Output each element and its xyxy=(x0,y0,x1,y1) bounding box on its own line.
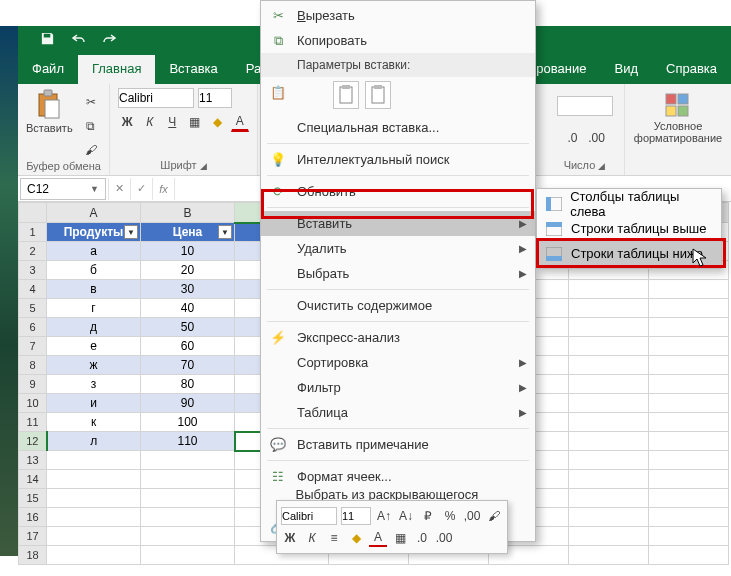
ctx-format-cells[interactable]: ☷Формат ячеек... xyxy=(261,464,535,489)
ctx-copy[interactable]: ⧉Копировать xyxy=(261,28,535,53)
row-header-4[interactable]: 4 xyxy=(19,280,47,299)
italic-button[interactable]: К xyxy=(141,112,160,132)
border-button[interactable]: ▦ xyxy=(186,112,205,132)
mini-bold[interactable]: Ж xyxy=(281,529,299,547)
mini-font-size[interactable] xyxy=(341,507,371,525)
cell-B12[interactable]: 110 xyxy=(141,432,235,451)
ctx-insert[interactable]: Вставить▶ xyxy=(261,211,535,236)
row-header-9[interactable]: 9 xyxy=(19,375,47,394)
mini-dec-dec[interactable]: .0 xyxy=(413,529,431,547)
row-header-11[interactable]: 11 xyxy=(19,413,47,432)
sub-cols-left[interactable]: Столбцы таблицы слева xyxy=(537,191,721,216)
tab-file[interactable]: Файл xyxy=(18,55,78,84)
number-format-select[interactable] xyxy=(557,96,613,116)
format-painter-icon[interactable]: 🖌 xyxy=(81,140,101,160)
copy-icon[interactable]: ⧉ xyxy=(81,116,101,136)
row-header-12[interactable]: 12 xyxy=(19,432,47,451)
row-header-2[interactable]: 2 xyxy=(19,242,47,261)
row-header-1[interactable]: 1 xyxy=(19,223,47,242)
mini-font-color[interactable]: A xyxy=(369,529,387,547)
row-header-8[interactable]: 8 xyxy=(19,356,47,375)
ctx-delete[interactable]: Удалить▶ xyxy=(261,236,535,261)
mini-currency-icon[interactable]: ₽ xyxy=(419,507,437,525)
cell-A5[interactable]: г xyxy=(47,299,141,318)
cell-A12[interactable]: л xyxy=(47,432,141,451)
font-size-input[interactable] xyxy=(198,88,232,108)
cell-B2[interactable]: 10 xyxy=(141,242,235,261)
mini-dec-font-icon[interactable]: A↓ xyxy=(397,507,415,525)
row-header-16[interactable]: 16 xyxy=(19,508,47,527)
table-header-price[interactable]: Цена▼ xyxy=(141,223,235,242)
cell-A4[interactable]: в xyxy=(47,280,141,299)
cell-B6[interactable]: 50 xyxy=(141,318,235,337)
decimal-dec-button[interactable]: .0 xyxy=(563,128,583,148)
row-header-17[interactable]: 17 xyxy=(19,527,47,546)
cell-B7[interactable]: 60 xyxy=(141,337,235,356)
col-header-B[interactable]: B xyxy=(141,203,235,223)
cell-B10[interactable]: 90 xyxy=(141,394,235,413)
row-header-15[interactable]: 15 xyxy=(19,489,47,508)
filter-dropdown-icon[interactable]: ▼ xyxy=(124,225,138,239)
bold-button[interactable]: Ж xyxy=(118,112,137,132)
mini-percent-icon[interactable]: % xyxy=(441,507,459,525)
conditional-format-button[interactable]: Условное форматирование xyxy=(634,92,722,144)
ctx-sort[interactable]: Сортировка▶ xyxy=(261,350,535,375)
save-icon[interactable] xyxy=(40,31,55,50)
ctx-filter[interactable]: Фильтр▶ xyxy=(261,375,535,400)
decimal-inc-button[interactable]: .00 xyxy=(587,128,607,148)
mini-dec-inc[interactable]: .00 xyxy=(435,529,453,547)
cell-A8[interactable]: ж xyxy=(47,356,141,375)
mini-format-painter-icon[interactable]: 🖌 xyxy=(485,507,503,525)
cell-A10[interactable]: и xyxy=(47,394,141,413)
row-header-3[interactable]: 3 xyxy=(19,261,47,280)
cell-A2[interactable]: а xyxy=(47,242,141,261)
redo-icon[interactable] xyxy=(101,32,119,50)
underline-button[interactable]: Ч xyxy=(163,112,182,132)
fill-color-button[interactable]: ◆ xyxy=(208,112,227,132)
mini-align[interactable]: ≡ xyxy=(325,529,343,547)
cancel-icon[interactable]: ✕ xyxy=(108,178,130,200)
font-color-button[interactable]: A xyxy=(231,112,250,132)
cell-B5[interactable]: 40 xyxy=(141,299,235,318)
paste-option-1[interactable] xyxy=(333,81,359,109)
sub-rows-above[interactable]: Строки таблицы выше xyxy=(537,216,721,241)
filter-dropdown-icon[interactable]: ▼ xyxy=(218,225,232,239)
paste-button[interactable]: Вставить xyxy=(26,88,73,134)
cell-B8[interactable]: 70 xyxy=(141,356,235,375)
mini-italic[interactable]: К xyxy=(303,529,321,547)
ctx-table[interactable]: Таблица▶ xyxy=(261,400,535,425)
cell-A3[interactable]: б xyxy=(47,261,141,280)
cell-B3[interactable]: 20 xyxy=(141,261,235,280)
ctx-paste-special[interactable]: Специальная вставка... xyxy=(261,115,535,140)
cut-icon[interactable]: ✂ xyxy=(81,92,101,112)
font-name-input[interactable] xyxy=(118,88,194,108)
cell-A9[interactable]: з xyxy=(47,375,141,394)
tab-home[interactable]: Главная xyxy=(78,55,155,84)
fx-icon[interactable]: fx xyxy=(152,178,174,200)
ctx-quick-analysis[interactable]: ⚡Экспресс-анализ xyxy=(261,325,535,350)
row-header-18[interactable]: 18 xyxy=(19,546,47,565)
table-header-products[interactable]: Продукты▼ xyxy=(47,223,141,242)
cell-B4[interactable]: 30 xyxy=(141,280,235,299)
sub-rows-below[interactable]: Строки таблицы ниже xyxy=(537,241,721,266)
cell-B9[interactable]: 80 xyxy=(141,375,235,394)
tab-help[interactable]: Справка xyxy=(652,55,731,84)
col-header-A[interactable]: A xyxy=(47,203,141,223)
mini-font-name[interactable] xyxy=(281,507,337,525)
mini-inc-font-icon[interactable]: A↑ xyxy=(375,507,393,525)
ctx-comment[interactable]: 💬Вставить примечание xyxy=(261,432,535,457)
ctx-select[interactable]: Выбрать▶ xyxy=(261,261,535,286)
row-header-13[interactable]: 13 xyxy=(19,451,47,470)
row-header-10[interactable]: 10 xyxy=(19,394,47,413)
row-header-14[interactable]: 14 xyxy=(19,470,47,489)
name-box[interactable]: C12▼ xyxy=(20,178,106,200)
ctx-refresh[interactable]: ⟳Обновить xyxy=(261,179,535,204)
cell-A7[interactable]: е xyxy=(47,337,141,356)
mini-comma-icon[interactable]: ,00 xyxy=(463,507,481,525)
cell-A6[interactable]: д xyxy=(47,318,141,337)
enter-icon[interactable]: ✓ xyxy=(130,178,152,200)
row-header-6[interactable]: 6 xyxy=(19,318,47,337)
mini-fill-color[interactable]: ◆ xyxy=(347,529,365,547)
ctx-smart-lookup[interactable]: 💡Интеллектуальный поиск xyxy=(261,147,535,172)
ctx-clear[interactable]: Очистить содержимое xyxy=(261,293,535,318)
